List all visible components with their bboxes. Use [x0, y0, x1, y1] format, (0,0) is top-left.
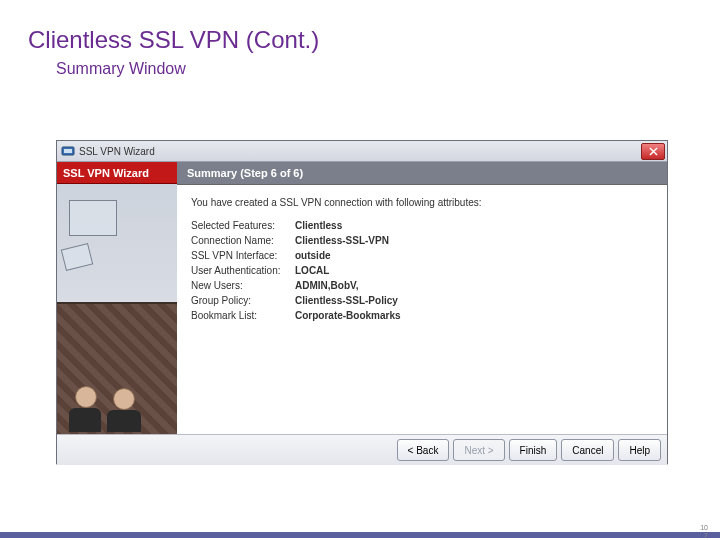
- wizard-window: SSL VPN Wizard SSL VPN Wizard: [56, 140, 668, 464]
- summary-row-value: outside: [295, 248, 331, 263]
- wizard-side-image: [57, 184, 177, 434]
- summary-row: Bookmark List:Corporate-Bookmarks: [191, 308, 653, 323]
- summary-row-label: Connection Name:: [191, 233, 295, 248]
- summary-row-label: User Authentication:: [191, 263, 295, 278]
- wizard-side-panel: SSL VPN Wizard: [57, 162, 177, 434]
- window-titlebar: SSL VPN Wizard: [57, 141, 667, 162]
- summary-row-value: LOCAL: [295, 263, 329, 278]
- summary-row: SSL VPN Interface:outside: [191, 248, 653, 263]
- summary-row-value: ADMIN,BobV,: [295, 278, 359, 293]
- slide-page-number: 107: [700, 524, 708, 540]
- summary-row-value: Clientless-SSL-VPN: [295, 233, 389, 248]
- summary-row: User Authentication:LOCAL: [191, 263, 653, 278]
- summary-row: New Users:ADMIN,BobV,: [191, 278, 653, 293]
- close-icon: [649, 147, 658, 156]
- summary-row-label: SSL VPN Interface:: [191, 248, 295, 263]
- help-button[interactable]: Help: [618, 439, 661, 461]
- wizard-side-heading: SSL VPN Wizard: [57, 162, 177, 184]
- window-title-text: SSL VPN Wizard: [79, 146, 155, 157]
- summary-row-label: Group Policy:: [191, 293, 295, 308]
- summary-row-label: Bookmark List:: [191, 308, 295, 323]
- slide-accent-bar: [0, 532, 720, 538]
- slide-title: Clientless SSL VPN (Cont.): [28, 26, 720, 54]
- summary-row-value: Corporate-Bookmarks: [295, 308, 401, 323]
- cancel-button[interactable]: Cancel: [561, 439, 614, 461]
- summary-row: Group Policy:Clientless-SSL-Policy: [191, 293, 653, 308]
- summary-row-label: Selected Features:: [191, 218, 295, 233]
- finish-button[interactable]: Finish: [509, 439, 558, 461]
- close-button[interactable]: [641, 143, 665, 160]
- summary-row: Connection Name:Clientless-SSL-VPN: [191, 233, 653, 248]
- summary-row-value: Clientless: [295, 218, 342, 233]
- wizard-button-bar: < Back Next > Finish Cancel Help: [57, 434, 667, 465]
- slide-subtitle: Summary Window: [56, 60, 720, 78]
- summary-step-bar: Summary (Step 6 of 6): [177, 162, 667, 185]
- next-button: Next >: [453, 439, 504, 461]
- app-icon: [61, 144, 75, 158]
- svg-rect-1: [64, 149, 72, 153]
- summary-content: You have created a SSL VPN connection wi…: [177, 185, 667, 434]
- summary-intro: You have created a SSL VPN connection wi…: [191, 197, 653, 208]
- summary-row-value: Clientless-SSL-Policy: [295, 293, 398, 308]
- back-button[interactable]: < Back: [397, 439, 450, 461]
- summary-row: Selected Features:Clientless: [191, 218, 653, 233]
- summary-row-label: New Users:: [191, 278, 295, 293]
